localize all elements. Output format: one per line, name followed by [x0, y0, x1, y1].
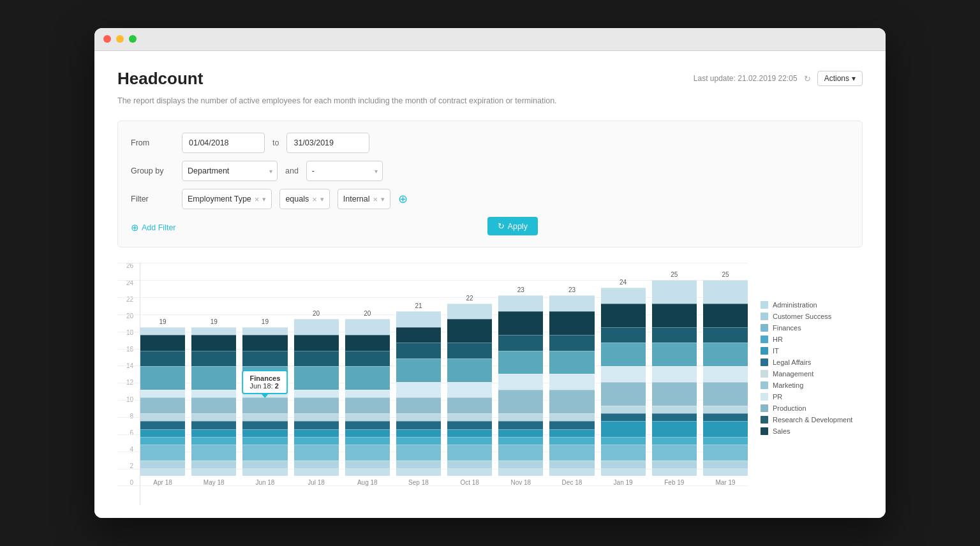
- bar-segment: [191, 461, 236, 468]
- bar-segment: [140, 351, 185, 367]
- bar-segment: [447, 461, 492, 468]
- bar-group[interactable]: 19May 18: [191, 318, 236, 487]
- legend-item: Production: [761, 404, 863, 412]
- close-button[interactable]: [103, 35, 111, 43]
- add-filter-link[interactable]: ⊕ Add Filter: [131, 222, 176, 233]
- legend-color-swatch: [761, 370, 768, 378]
- bar-group[interactable]: 20Aug 18: [345, 310, 390, 486]
- filter-operator-clear-icon[interactable]: ×: [312, 195, 317, 204]
- filter-field-clear-icon[interactable]: ×: [255, 195, 260, 204]
- stacked-bar[interactable]: [703, 280, 748, 476]
- bar-month-label: Jan 19: [614, 479, 633, 486]
- minimize-button[interactable]: [116, 35, 124, 43]
- to-date-input[interactable]: [286, 133, 369, 153]
- bar-segment: [294, 429, 339, 437]
- filter-value-chevron-icon[interactable]: ▾: [381, 195, 385, 203]
- filter-field-chevron-icon[interactable]: ▾: [262, 195, 266, 203]
- legend-label: PR: [773, 393, 782, 401]
- bar-group[interactable]: 23Nov 18: [498, 286, 543, 486]
- stacked-bar[interactable]: [447, 304, 492, 476]
- bar-segment: [652, 406, 697, 413]
- bar-segment: [601, 413, 646, 421]
- bar-segment: [498, 311, 543, 335]
- bar-total-label: 25: [671, 271, 678, 278]
- legend-item: Customer Success: [761, 313, 863, 320]
- bar-segment: [294, 390, 339, 397]
- bar-group[interactable]: 25Feb 19: [652, 271, 697, 487]
- bar-group[interactable]: 25Mar 19: [703, 271, 748, 487]
- bar-segment: [498, 351, 543, 374]
- bar-segment: [294, 319, 339, 335]
- group-by-select[interactable]: Department: [182, 161, 278, 181]
- filter-operator-tag[interactable]: equals × ▾: [279, 189, 329, 209]
- stacked-bar[interactable]: [345, 319, 390, 476]
- bar-month-label: Oct 18: [460, 479, 479, 486]
- legend-label: Finances: [773, 324, 801, 332]
- legend-item: Finances: [761, 324, 863, 332]
- stacked-bar[interactable]: [140, 327, 185, 476]
- bar-segment: [652, 327, 697, 343]
- filter-value-clear-icon[interactable]: ×: [373, 195, 378, 204]
- stacked-bar[interactable]: [396, 311, 441, 476]
- bar-segment: [294, 366, 339, 390]
- bar-segment: [294, 437, 339, 445]
- bar-segment: [396, 397, 441, 413]
- bar-group[interactable]: 24Jan 19: [601, 279, 646, 486]
- bar-group[interactable]: 19Apr 18: [140, 318, 185, 487]
- bar-segment: [549, 374, 594, 390]
- bar-segment: [242, 397, 287, 413]
- bar-segment: [242, 461, 287, 468]
- legend-label: Management: [773, 370, 813, 378]
- and-label: and: [285, 166, 299, 175]
- refresh-icon[interactable]: ↻: [804, 74, 811, 84]
- bar-segment: [345, 461, 390, 468]
- legend-item: PR: [761, 393, 863, 401]
- legend-color-swatch: [761, 301, 768, 309]
- stacked-bar[interactable]: [652, 280, 697, 476]
- bar-segment: [396, 311, 441, 327]
- actions-button[interactable]: Actions ▾: [817, 71, 863, 86]
- bar-segment: [703, 304, 748, 327]
- bar-segment: [396, 437, 441, 445]
- bar-group[interactable]: 19FinancesJun 18: 2Jun 18: [242, 318, 287, 487]
- bar-segment: [242, 390, 287, 397]
- bar-segment: [498, 429, 543, 437]
- bar-segment: [191, 351, 236, 367]
- chart-main: 26242220181614121086420 19Apr 1819May 18…: [117, 263, 748, 505]
- stacked-bar[interactable]: FinancesJun 18: 2: [242, 327, 287, 476]
- filter-field-tag[interactable]: Employment Type × ▾: [182, 189, 272, 209]
- add-filter-circle-icon[interactable]: ⊕: [398, 192, 408, 206]
- stacked-bar[interactable]: [498, 295, 543, 476]
- bar-month-label: May 18: [204, 479, 225, 486]
- legend-color-swatch: [761, 427, 768, 435]
- bar-group[interactable]: 23Dec 18: [549, 286, 594, 486]
- filter-value-tag[interactable]: Internal × ▾: [338, 189, 390, 209]
- bar-group[interactable]: 21Sep 18: [396, 302, 441, 486]
- stacked-bar[interactable]: [294, 319, 339, 476]
- stacked-bar[interactable]: [601, 288, 646, 476]
- stacked-bar[interactable]: [549, 295, 594, 476]
- bar-segment: [140, 390, 185, 397]
- bar-segment: [447, 437, 492, 445]
- bar-segment: [549, 335, 594, 351]
- stacked-bar[interactable]: [191, 327, 236, 476]
- group-by-second-select[interactable]: -: [306, 161, 383, 181]
- page-description: The report displays the number of active…: [117, 95, 863, 107]
- bar-group[interactable]: 22Oct 18: [447, 295, 492, 487]
- bar-group[interactable]: 20Jul 18: [294, 310, 339, 486]
- bar-segment: [549, 390, 594, 413]
- maximize-button[interactable]: [129, 35, 137, 43]
- bar-segment: [242, 351, 287, 367]
- filter-operator-chevron-icon[interactable]: ▾: [320, 195, 324, 203]
- bar-segment: [242, 445, 287, 461]
- bar-segment: [652, 366, 697, 382]
- apply-button[interactable]: ↻ Apply: [487, 217, 538, 235]
- bar-segment: [601, 288, 646, 304]
- legend-color-swatch: [761, 347, 768, 355]
- bar-segment: [396, 429, 441, 437]
- bar-month-label: Nov 18: [510, 479, 531, 486]
- bar-segment: [242, 468, 287, 476]
- bar-segment: [447, 343, 492, 358]
- from-date-input[interactable]: [182, 133, 265, 153]
- bar-segment: [191, 445, 236, 461]
